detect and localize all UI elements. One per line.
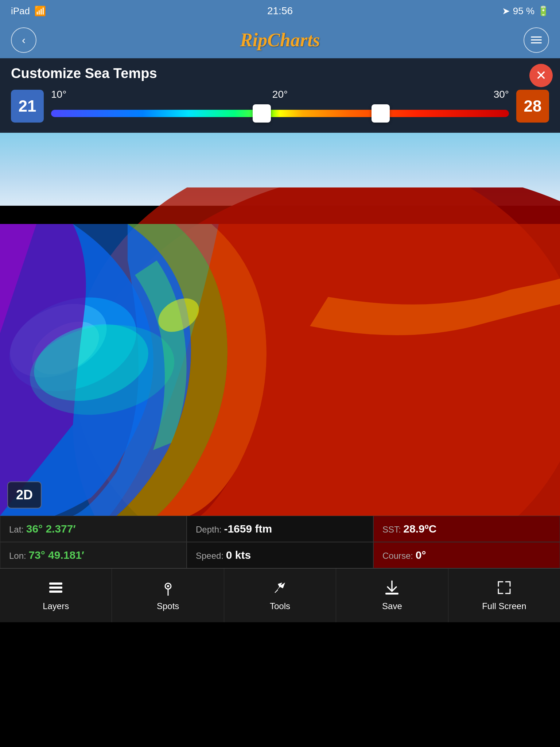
- menu-line-2: [531, 39, 542, 40]
- layers-label: Layers: [43, 601, 69, 611]
- lon-label: Lon:: [9, 551, 28, 561]
- lon-value: 73° 49.181′: [28, 549, 84, 561]
- depth-label: Depth:: [196, 525, 224, 534]
- tools-icon: [272, 580, 288, 598]
- nav-bar: ‹ RipCharts: [0, 22, 560, 58]
- nav-layers[interactable]: Layers: [0, 569, 112, 622]
- menu-line-1: [531, 36, 542, 38]
- slider-thumb-left[interactable]: [253, 104, 271, 123]
- battery-icon: 🔋: [537, 5, 549, 17]
- course-cell: Course: 0°: [373, 542, 560, 568]
- status-time: 21:56: [267, 5, 293, 17]
- fullscreen-icon: [496, 580, 512, 598]
- svg-rect-14: [385, 593, 398, 595]
- app-logo: RipCharts: [240, 29, 320, 51]
- menu-button[interactable]: [524, 27, 549, 53]
- customize-panel: Customize Sea Temps ✕ 21 10° 20° 30° 28: [0, 58, 560, 133]
- speed-cell: Speed: 0 kts: [187, 542, 373, 568]
- svg-line-13: [275, 590, 278, 593]
- svg-rect-9: [49, 587, 62, 589]
- lat-value: 36° 2.377′: [26, 523, 76, 535]
- course-label: Course:: [382, 551, 416, 561]
- tools-label: Tools: [270, 601, 290, 611]
- close-customize-button[interactable]: ✕: [529, 64, 553, 87]
- status-left: iPad 📶: [11, 5, 46, 17]
- label-min: 10°: [51, 89, 66, 100]
- slider-area: 21 10° 20° 30° 28: [11, 89, 549, 124]
- spots-icon: [160, 580, 176, 598]
- menu-line-3: [531, 42, 542, 43]
- back-button[interactable]: ‹: [11, 27, 36, 53]
- lat-label: Lat:: [9, 525, 26, 534]
- customize-title: Customize Sea Temps: [11, 66, 549, 81]
- fullscreen-label: Full Screen: [482, 601, 526, 611]
- speed-label: Speed:: [196, 551, 226, 561]
- label-max: 30°: [494, 89, 509, 100]
- view-2d-button[interactable]: 2D: [7, 481, 42, 508]
- battery-label: 95 %: [513, 5, 534, 17]
- depth-value: -1659 ftm: [224, 523, 272, 535]
- map-area[interactable]: 2D: [0, 133, 560, 516]
- svg-point-12: [167, 585, 169, 587]
- save-label: Save: [382, 601, 402, 611]
- nav-fullscreen[interactable]: Full Screen: [448, 569, 560, 622]
- temp-slider-container: 10° 20° 30°: [51, 89, 509, 124]
- lon-cell: Lon: 73° 49.181′: [0, 542, 187, 568]
- lat-cell: Lat: 36° 2.377′: [0, 516, 187, 542]
- label-mid: 20°: [272, 89, 288, 100]
- depth-cell: Depth: -1659 ftm: [187, 516, 373, 542]
- layers-icon: [48, 580, 64, 598]
- slider-thumb-right[interactable]: [372, 104, 390, 123]
- ocean-visualization: [0, 187, 560, 516]
- slider-gradient: [51, 110, 509, 117]
- bottom-nav: Layers Spots Tools Save: [0, 568, 560, 622]
- nav-tools[interactable]: Tools: [224, 569, 336, 622]
- nav-save[interactable]: Save: [336, 569, 448, 622]
- sst-label: SST:: [382, 525, 403, 534]
- slider-track[interactable]: [51, 103, 509, 124]
- svg-rect-8: [49, 582, 62, 585]
- sst-value: 28.9ºC: [403, 523, 436, 535]
- save-icon: [384, 580, 400, 598]
- status-bar: iPad 📶 21:56 ➤ 95 % 🔋: [0, 0, 560, 22]
- sst-cell: SST: 28.9ºC: [373, 516, 560, 542]
- speed-value: 0 kts: [226, 549, 251, 561]
- nav-spots[interactable]: Spots: [112, 569, 224, 622]
- location-icon: ➤: [502, 5, 510, 17]
- wifi-icon: 📶: [34, 5, 46, 17]
- spots-label: Spots: [157, 601, 179, 611]
- temp-min-value: 21: [11, 90, 44, 123]
- slider-labels: 10° 20° 30°: [51, 89, 509, 100]
- temp-max-value: 28: [516, 90, 549, 123]
- course-value: 0°: [416, 549, 426, 561]
- info-bar: Lat: 36° 2.377′ Depth: -1659 ftm SST: 28…: [0, 516, 560, 568]
- svg-rect-10: [49, 591, 62, 593]
- device-label: iPad: [11, 5, 30, 17]
- status-right: ➤ 95 % 🔋: [502, 5, 549, 17]
